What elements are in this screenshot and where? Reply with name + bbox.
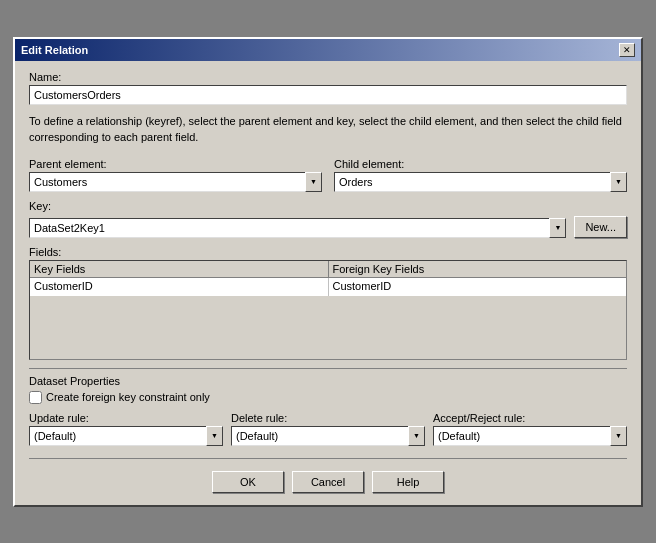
key-fields-header: Key Fields bbox=[30, 261, 329, 277]
update-rule-select[interactable]: (Default) bbox=[29, 426, 223, 446]
fields-header: Key Fields Foreign Key Fields bbox=[30, 261, 626, 278]
name-label: Name: bbox=[29, 71, 627, 83]
delete-rule-select-wrapper: (Default) ▼ bbox=[231, 426, 425, 446]
help-button[interactable]: Help bbox=[372, 471, 444, 493]
accept-reject-rule-select[interactable]: (Default) bbox=[433, 426, 627, 446]
update-rule-label: Update rule: bbox=[29, 412, 223, 424]
name-input[interactable] bbox=[29, 85, 627, 105]
foreign-key-constraint-checkbox[interactable] bbox=[29, 391, 42, 404]
fields-label: Fields: bbox=[29, 246, 627, 258]
accept-reject-rule-group: Accept/Reject rule: (Default) ▼ bbox=[433, 412, 627, 446]
close-button[interactable]: ✕ bbox=[619, 43, 635, 57]
child-element-select-wrapper: Orders ▼ bbox=[334, 172, 627, 192]
delete-rule-select[interactable]: (Default) bbox=[231, 426, 425, 446]
fields-section: Fields: Key Fields Foreign Key Fields Cu… bbox=[29, 246, 627, 360]
key-select[interactable]: DataSet2Key1 bbox=[29, 218, 566, 238]
parent-element-label: Parent element: bbox=[29, 158, 322, 170]
accept-reject-rule-select-wrapper: (Default) ▼ bbox=[433, 426, 627, 446]
title-bar-controls: ✕ bbox=[619, 43, 635, 57]
child-element-group: Child element: Orders ▼ bbox=[334, 158, 627, 192]
parent-element-group: Parent element: Customers ▼ bbox=[29, 158, 322, 192]
checkbox-row: Create foreign key constraint only bbox=[29, 391, 627, 404]
foreign-key-field-cell: CustomerID bbox=[329, 278, 627, 296]
foreign-key-constraint-label: Create foreign key constraint only bbox=[46, 391, 210, 403]
child-element-label: Child element: bbox=[334, 158, 627, 170]
new-button[interactable]: New... bbox=[574, 216, 627, 238]
button-row: OK Cancel Help bbox=[29, 467, 627, 493]
title-bar: Edit Relation ✕ bbox=[15, 39, 641, 61]
cancel-button[interactable]: Cancel bbox=[292, 471, 364, 493]
foreign-key-fields-header: Foreign Key Fields bbox=[329, 261, 627, 277]
key-select-wrapper: DataSet2Key1 ▼ bbox=[29, 218, 566, 238]
key-label: Key: bbox=[29, 200, 627, 212]
name-row: Name: bbox=[29, 71, 627, 105]
delete-rule-group: Delete rule: (Default) ▼ bbox=[231, 412, 425, 446]
update-rule-select-wrapper: (Default) ▼ bbox=[29, 426, 223, 446]
update-rule-group: Update rule: (Default) ▼ bbox=[29, 412, 223, 446]
dialog-body: Name: To define a relationship (keyref),… bbox=[15, 61, 641, 505]
rules-row: Update rule: (Default) ▼ Delete rule: (D… bbox=[29, 412, 627, 446]
key-field-cell: CustomerID bbox=[30, 278, 329, 296]
dialog-title: Edit Relation bbox=[21, 44, 88, 56]
accept-reject-rule-label: Accept/Reject rule: bbox=[433, 412, 627, 424]
name-input-wrapper bbox=[29, 85, 627, 105]
dataset-properties-label: Dataset Properties bbox=[29, 375, 627, 387]
dataset-properties: Dataset Properties Create foreign key co… bbox=[29, 368, 627, 404]
description-text: To define a relationship (keyref), selec… bbox=[29, 113, 627, 146]
parent-element-select-wrapper: Customers ▼ bbox=[29, 172, 322, 192]
child-element-select[interactable]: Orders bbox=[334, 172, 627, 192]
element-row: Parent element: Customers ▼ Child elemen… bbox=[29, 158, 627, 192]
fields-table: Key Fields Foreign Key Fields CustomerID… bbox=[29, 260, 627, 360]
key-label-row: Key: bbox=[29, 200, 627, 212]
divider bbox=[29, 458, 627, 459]
table-row[interactable]: CustomerID CustomerID bbox=[30, 278, 626, 296]
key-row: DataSet2Key1 ▼ New... bbox=[29, 216, 627, 238]
key-select-group: DataSet2Key1 ▼ bbox=[29, 218, 566, 238]
parent-element-select[interactable]: Customers bbox=[29, 172, 322, 192]
ok-button[interactable]: OK bbox=[212, 471, 284, 493]
edit-relation-dialog: Edit Relation ✕ Name: To define a relati… bbox=[13, 37, 643, 507]
delete-rule-label: Delete rule: bbox=[231, 412, 425, 424]
